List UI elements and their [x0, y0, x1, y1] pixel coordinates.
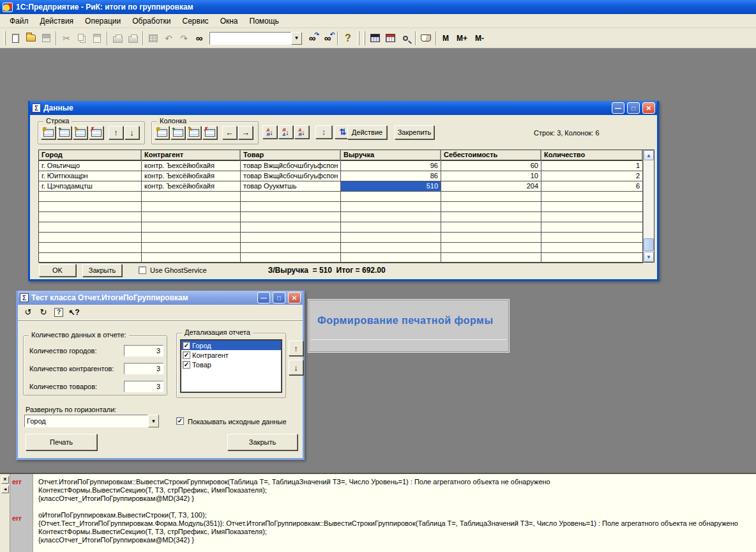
close-panel-button[interactable]: × — [1, 476, 9, 484]
sort-custom-button[interactable]: АЯ↓ — [294, 125, 309, 139]
scroll-thumb[interactable] — [644, 238, 654, 251]
column-header[interactable]: Город — [39, 150, 142, 161]
calendar-button[interactable] — [382, 31, 398, 46]
expand-horizontal-input[interactable] — [24, 415, 148, 427]
cell-cost[interactable]: 60 — [441, 161, 541, 171]
menu-operations[interactable]: Операции — [79, 15, 126, 27]
column-move-right-button[interactable]: → — [238, 126, 253, 139]
data-window-titlebar[interactable]: Σ Данные — □ ✕ — [30, 101, 657, 115]
find-button[interactable]: ∞ — [192, 31, 207, 46]
toolbar-grip[interactable] — [4, 31, 6, 45]
formula-calc-button[interactable] — [398, 31, 413, 46]
print-preview-button[interactable] — [125, 31, 140, 46]
print-button[interactable] — [110, 31, 125, 46]
cities-count-input[interactable] — [124, 345, 163, 356]
list-item-product[interactable]: ✓ Товар — [181, 360, 281, 369]
message-text-area[interactable]: Отчет.ИтогиПоГруппировкам::ВывестиСтроки… — [38, 478, 738, 552]
row-move-down-button[interactable]: ↓ — [125, 126, 139, 139]
cell-quantity[interactable]: 1 — [541, 161, 643, 171]
ok-button[interactable]: OK — [39, 264, 76, 277]
column-move-left-button[interactable]: ← — [222, 126, 237, 139]
cell-product[interactable]: товар Оуукмтшь — [241, 181, 341, 192]
sort-desc-button[interactable]: ЯА↓ — [278, 125, 293, 139]
menu-service[interactable]: Сервис — [177, 15, 215, 27]
cell-quantity[interactable]: 2 — [541, 171, 643, 181]
move-item-up-button[interactable]: ↑ — [289, 341, 303, 356]
menu-file[interactable]: Файл — [4, 15, 34, 27]
column-header[interactable]: Количество — [541, 150, 643, 161]
maximize-button[interactable]: □ — [273, 292, 285, 303]
row-add-button[interactable]: + — [57, 126, 72, 139]
minimize-button[interactable]: — — [612, 102, 624, 114]
cell-product[interactable]: товар Вжщйсбочшбгуьфспон — [241, 171, 341, 181]
search-dropdown-button[interactable]: ▼ — [291, 32, 302, 45]
row-new-button[interactable]: ✱ — [41, 126, 56, 139]
memory-recall-button[interactable]: M — [439, 33, 453, 44]
row-delete-button[interactable]: ✗ — [89, 126, 103, 139]
column-delete-button[interactable]: ✗ — [202, 126, 217, 139]
expand-dropdown-button[interactable]: ▼ — [148, 415, 159, 427]
paste-button[interactable] — [89, 31, 105, 46]
context-help-button[interactable]: ↖? — [68, 306, 80, 319]
find-prev-button[interactable]: ∞↶ — [320, 31, 335, 46]
cell-quantity[interactable]: 6 — [541, 181, 643, 192]
cell-revenue[interactable]: 86 — [341, 171, 441, 181]
cell-contractor[interactable]: контр. Ъехсёйюбхайя — [142, 161, 241, 171]
scroll-up-button[interactable]: ▲ — [644, 150, 654, 160]
column-new-button[interactable]: ✱ — [155, 126, 169, 139]
row-edit-button[interactable]: ✎ — [73, 126, 87, 139]
column-edit-button[interactable]: ✎ — [186, 126, 201, 139]
find-next-button[interactable]: ∞↷ — [305, 31, 320, 46]
cell-city[interactable]: г. Ояьтичщо — [39, 161, 142, 171]
list-item-city[interactable]: ✓ Город — [181, 341, 281, 350]
column-header[interactable]: Выручка — [341, 150, 441, 161]
copy-button[interactable] — [74, 31, 89, 46]
menu-processing[interactable]: Обработки — [126, 15, 176, 27]
description-button[interactable] — [418, 31, 434, 46]
cell-product[interactable]: товар Вжщйсбочшбгуьфспон — [241, 161, 341, 171]
minimize-button[interactable]: — — [257, 292, 270, 303]
table-cells-button[interactable] — [146, 31, 161, 46]
close-button[interactable]: ✕ — [642, 102, 655, 114]
move-item-down-button[interactable]: ↓ — [289, 360, 303, 375]
open-button[interactable] — [23, 31, 38, 46]
action-button[interactable]: Действие — [347, 125, 387, 139]
contractor-checkbox[interactable]: ✓ — [183, 351, 190, 359]
help-topic-button[interactable]: ? — [52, 306, 65, 319]
menu-help[interactable]: Помощь — [244, 15, 285, 27]
cell-contractor[interactable]: контр. Ъехсёйюбхайя — [142, 181, 241, 192]
detail-listbox[interactable]: ✓ Город ✓ Контрагент ✓ Товар — [180, 339, 282, 393]
print-button[interactable]: Печать — [26, 434, 97, 450]
row-move-up-button[interactable]: ↑ — [109, 126, 123, 139]
cut-button[interactable]: ✂ — [59, 31, 74, 46]
memory-subtract-button[interactable]: M- — [471, 33, 488, 44]
test-window-titlebar[interactable]: Σ Тест класса Отчет.ИтогиПоГруппировкам … — [18, 291, 303, 305]
search-input[interactable] — [209, 32, 291, 45]
scroll-left-button[interactable]: ◄ — [1, 486, 9, 493]
undo-button[interactable]: ↶ — [161, 31, 176, 46]
cell-contractor[interactable]: контр. Ъехсёйюбхайя — [142, 171, 241, 181]
cell-cost[interactable]: 10 — [441, 171, 541, 181]
close-data-button[interactable]: Закрыть — [82, 264, 122, 277]
memory-add-button[interactable]: M+ — [453, 33, 471, 44]
pin-button[interactable]: Закрепить — [395, 125, 434, 139]
vertical-scrollbar[interactable]: ▲ ▼ — [643, 150, 654, 262]
column-add-button[interactable]: + — [170, 126, 185, 139]
column-header[interactable]: Товар — [241, 150, 341, 161]
calculator-button[interactable] — [367, 31, 382, 46]
new-document-button[interactable] — [8, 31, 23, 46]
redo-button[interactable]: ↷ — [176, 31, 192, 46]
city-checkbox[interactable]: ✓ — [183, 342, 190, 349]
menu-windows[interactable]: Окна — [215, 15, 244, 27]
cell-revenue-selected[interactable]: 510 — [341, 181, 441, 192]
products-count-input[interactable] — [124, 381, 163, 392]
cell-revenue[interactable]: 96 — [341, 161, 441, 171]
cell-city[interactable]: г. Юитгкхащрн — [39, 171, 142, 181]
toolbar-grip[interactable] — [363, 31, 365, 45]
column-header[interactable]: Себестоимость — [441, 150, 541, 161]
menu-actions[interactable]: Действия — [34, 15, 80, 27]
product-checkbox[interactable]: ✓ — [183, 361, 190, 369]
close-button[interactable]: ✕ — [288, 292, 301, 303]
list-item-contractor[interactable]: ✓ Контрагент — [181, 350, 281, 360]
ghost-service-checkbox[interactable] — [139, 266, 146, 274]
